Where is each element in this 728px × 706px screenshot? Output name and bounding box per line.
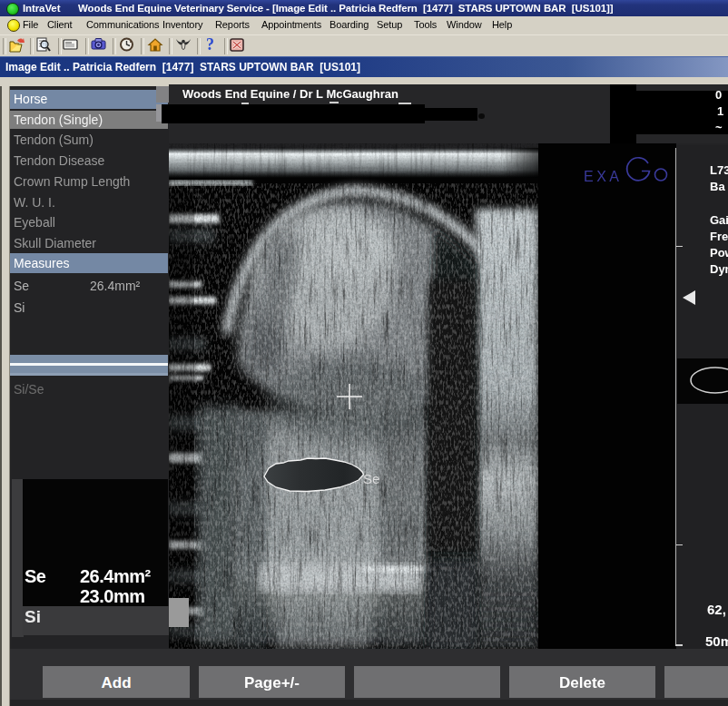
svg-text:?: ? xyxy=(206,37,214,54)
svg-text:EXA: EXA xyxy=(584,169,623,184)
svg-text:Se: Se xyxy=(363,471,379,486)
